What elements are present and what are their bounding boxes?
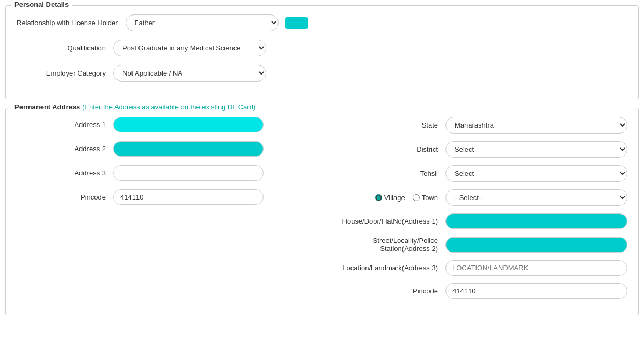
address3-input[interactable] — [113, 165, 264, 181]
right-pincode-row: Pincode — [327, 283, 627, 299]
left-pincode-label: Pincode — [17, 193, 113, 201]
address1-input[interactable] — [113, 117, 264, 132]
employer-category-select[interactable]: Not Applicable / NA Government Private S… — [113, 65, 266, 82]
relationship-label: Relationship with License Holder — [17, 19, 126, 27]
permanent-address-section: Permanent Address (Enter the Address as … — [5, 108, 639, 315]
village-town-radio-group: Village Town — [327, 190, 445, 205]
town-radio-label[interactable]: Town — [413, 194, 438, 202]
address-right-col: State Maharashtra Delhi Karnataka Tamil … — [327, 117, 627, 306]
street-label: Street/Locality/Police Station(Address 2… — [327, 237, 445, 253]
house-row: House/Door/FlatNo(Address 1) — [327, 213, 627, 229]
permanent-address-subtitle: (Enter the Address as available on the e… — [82, 103, 255, 111]
employer-category-label: Employer Category — [17, 69, 113, 77]
village-radio-label[interactable]: Village — [375, 194, 405, 202]
relationship-badge — [285, 17, 308, 29]
house-label: House/Door/FlatNo(Address 1) — [327, 217, 445, 225]
address2-label: Address 2 — [17, 145, 113, 153]
address1-label: Address 1 — [17, 121, 113, 129]
address-left-col: Address 1 Address 2 Address 3 Pincode — [17, 117, 317, 306]
left-pincode-row: Pincode — [17, 189, 317, 205]
right-pincode-label: Pincode — [327, 287, 445, 295]
state-row: State Maharashtra Delhi Karnataka Tamil … — [327, 117, 627, 134]
village-town-select[interactable]: --Select-- Village 1 Village 2 — [445, 189, 627, 206]
employer-category-row: Employer Category Not Applicable / NA Go… — [17, 65, 627, 82]
permanent-address-title: Permanent Address (Enter the Address as … — [11, 103, 259, 111]
location-label: Location/Landmark(Address 3) — [327, 264, 445, 272]
state-select[interactable]: Maharashtra Delhi Karnataka Tamil Nadu — [445, 117, 627, 134]
relationship-row: Relationship with License Holder Father … — [17, 14, 627, 31]
location-input[interactable] — [445, 260, 627, 276]
left-pincode-input[interactable] — [113, 189, 264, 205]
tehsil-label: Tehsil — [327, 169, 445, 178]
address3-label: Address 3 — [17, 169, 113, 177]
location-row: Location/Landmark(Address 3) — [327, 260, 627, 276]
qualification-row: Qualification Post Graduate in any Medic… — [17, 40, 627, 56]
personal-details-section: Personal Details Relationship with Licen… — [5, 5, 639, 99]
street-row: Street/Locality/Police Station(Address 2… — [327, 237, 627, 253]
district-row: District Select Pune Mumbai Nashik — [327, 141, 627, 158]
village-town-row: Village Town --Select-- Village 1 Villag… — [327, 189, 627, 206]
village-radio[interactable] — [375, 194, 382, 201]
address2-input[interactable] — [113, 141, 264, 157]
street-input[interactable] — [445, 237, 627, 253]
right-pincode-input[interactable] — [445, 283, 627, 299]
state-label: State — [327, 121, 445, 129]
qualification-label: Qualification — [17, 44, 113, 52]
relationship-select[interactable]: Father Mother Spouse Self — [126, 14, 279, 31]
tehsil-row: Tehsil Select Option 1 Option 2 — [327, 165, 627, 182]
address3-row: Address 3 — [17, 165, 317, 181]
tehsil-select[interactable]: Select Option 1 Option 2 — [445, 165, 627, 182]
qualification-select[interactable]: Post Graduate in any Medical Science Gra… — [113, 40, 266, 56]
district-select[interactable]: Select Pune Mumbai Nashik — [445, 141, 627, 158]
address-two-col: Address 1 Address 2 Address 3 Pincode — [17, 117, 627, 306]
town-radio[interactable] — [413, 194, 420, 201]
district-label: District — [327, 145, 445, 153]
address2-row: Address 2 — [17, 141, 317, 157]
address1-row: Address 1 — [17, 117, 317, 132]
house-input[interactable] — [445, 213, 627, 229]
personal-details-title: Personal Details — [11, 1, 72, 9]
